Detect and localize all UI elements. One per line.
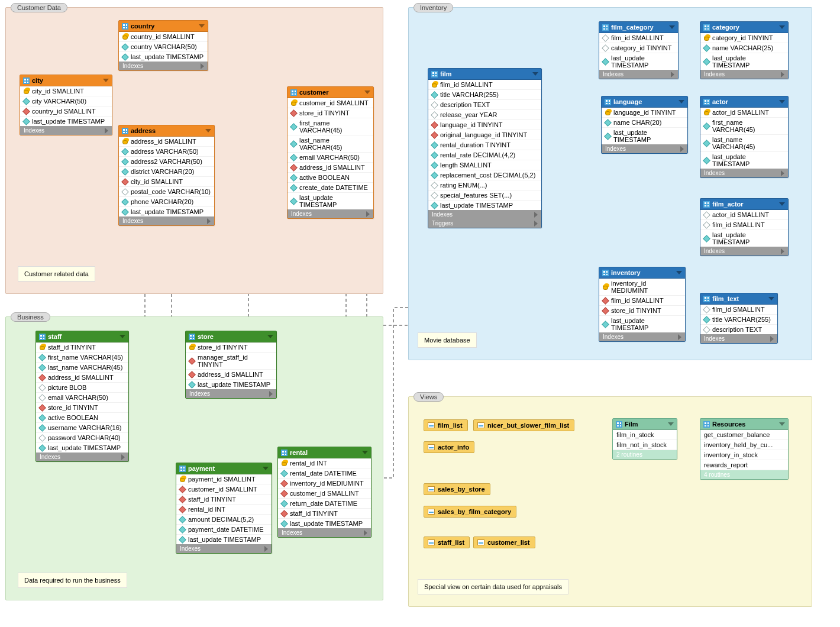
table-country[interactable]: country country_id SMALLINTcountry VARCH… (118, 20, 208, 71)
indexes-section[interactable]: Indexes (700, 70, 788, 79)
table-payment[interactable]: payment payment_id SMALLINTcustomer_id S… (176, 463, 272, 554)
column-label: last_update TIMESTAMP (48, 444, 121, 451)
table-rental[interactable]: rental rental_id INTrental_date DATETIME… (277, 447, 371, 538)
column: film_id SMALLINT (599, 296, 685, 306)
chevron-down-icon[interactable] (199, 24, 205, 28)
column: last_update TIMESTAMP (700, 230, 788, 247)
routine-item[interactable]: film_not_in_stock (613, 440, 677, 450)
column-label: address_id SMALLINT (48, 374, 114, 381)
column-label: category_id TINYINT (611, 44, 672, 51)
indexes-section[interactable]: Indexes (428, 210, 541, 219)
indexes-section[interactable]: Indexes (700, 334, 777, 343)
column-label: first_name VARCHAR(45) (712, 119, 784, 133)
table-inventory[interactable]: inventory inventory_id MEDIUMINTfilm_id … (599, 267, 686, 342)
view-customer-list[interactable]: customer_list (473, 536, 535, 548)
indexes-section[interactable]: Indexes (599, 70, 678, 79)
indexes-section[interactable]: Indexes (186, 389, 276, 398)
indexes-section[interactable]: Indexes (602, 144, 687, 153)
chevron-down-icon[interactable] (119, 335, 125, 338)
indexes-section[interactable]: Indexes (20, 126, 112, 135)
chevron-down-icon[interactable] (779, 25, 785, 29)
indexed-column-icon (290, 174, 298, 182)
chevron-down-icon[interactable] (364, 91, 370, 94)
column-icon (703, 326, 710, 334)
chevron-down-icon[interactable] (679, 100, 684, 104)
table-staff[interactable]: staff staff_id TINYINTfirst_name VARCHAR… (35, 331, 129, 462)
chevron-down-icon[interactable] (669, 25, 675, 29)
routine-group-resources[interactable]: Resources get_customer_balance inventory… (700, 418, 789, 480)
column-label: rental_rate DECIMAL(4,2) (440, 151, 515, 159)
view-sales-by-film-category[interactable]: sales_by_film_category (424, 506, 516, 518)
table-actor[interactable]: actor actor_id SMALLINTfirst_name VARCHA… (700, 96, 789, 178)
chevron-down-icon[interactable] (263, 467, 269, 470)
routine-item[interactable]: inventory_held_by_cu... (700, 440, 788, 450)
table-category[interactable]: category category_id TINYINTname VARCHAR… (700, 21, 789, 79)
routine-item[interactable]: get_customer_balance (700, 430, 788, 440)
table-address[interactable]: address address_id SMALLINTaddress VARCH… (118, 125, 215, 226)
chevron-down-icon[interactable] (779, 422, 785, 426)
region-title: Inventory (413, 3, 453, 12)
table-film-actor[interactable]: film_actor actor_id SMALLINTfilm_id SMAL… (700, 198, 789, 256)
column-label: last_update TIMESTAMP (611, 317, 681, 331)
chevron-down-icon[interactable] (668, 422, 674, 426)
region-title: Customer Data (11, 3, 67, 12)
chevron-down-icon[interactable] (532, 72, 538, 76)
column-label: last_name VARCHAR(45) (299, 137, 370, 151)
column-label: address2 VARCHAR(50) (131, 158, 202, 165)
view-icon (428, 486, 435, 492)
table-film-category[interactable]: film_category film_id SMALLINTcategory_i… (599, 21, 679, 79)
indexes-section[interactable]: Indexes (119, 62, 208, 70)
foreign-key-icon (188, 357, 196, 365)
indexes-section[interactable]: Indexes (287, 209, 373, 218)
table-customer[interactable]: customer customer_id SMALLINTstore_id TI… (287, 86, 374, 219)
table-film[interactable]: film film_id SMALLINTtitle VARCHAR(255)d… (428, 68, 542, 228)
indexes-section[interactable]: Indexes (36, 453, 128, 461)
column-label: last_update TIMESTAMP (131, 208, 203, 215)
indexes-section[interactable]: Indexes (119, 216, 214, 225)
table-icon (281, 450, 287, 456)
view-nicer-but-slower-film-list[interactable]: nicer_but_slower_film_list (473, 419, 574, 431)
column: staff_id TINYINT (278, 509, 371, 519)
chevron-down-icon[interactable] (676, 271, 682, 274)
chevron-down-icon[interactable] (267, 335, 273, 338)
foreign-key-icon (431, 131, 438, 139)
indexes-section[interactable]: Indexes (278, 528, 371, 537)
column-label: last_update TIMESTAMP (131, 53, 203, 60)
table-title: film (440, 70, 452, 77)
indexed-column-icon (22, 118, 30, 125)
indexes-section[interactable]: Indexes (176, 544, 272, 553)
region-title: Views (413, 392, 444, 402)
triggers-section[interactable]: Triggers (428, 219, 541, 228)
view-icon (428, 444, 435, 450)
chevron-down-icon[interactable] (768, 297, 774, 300)
column-label: category_id TINYINT (712, 34, 773, 41)
column: create_date DATETIME (287, 183, 373, 193)
view-staff-list[interactable]: staff_list (424, 536, 470, 548)
indexed-column-icon (703, 235, 710, 243)
routine-group-film[interactable]: Film film_in_stock film_not_in_stock 2 r… (612, 418, 677, 460)
column-label: email VARCHAR(50) (48, 394, 108, 401)
chevron-down-icon[interactable] (205, 129, 211, 132)
chevron-down-icon[interactable] (779, 202, 785, 206)
view-film-list[interactable]: film_list (424, 419, 468, 431)
routine-item[interactable]: rewards_report (700, 460, 788, 470)
indexes-section[interactable]: Indexes (599, 332, 685, 341)
routine-item[interactable]: inventory_in_stock (700, 450, 788, 460)
table-language[interactable]: language language_id TINYINTname CHAR(20… (601, 96, 688, 154)
chevron-down-icon[interactable] (779, 100, 785, 104)
column-label: district VARCHAR(20) (131, 168, 194, 175)
chevron-down-icon[interactable] (103, 79, 109, 82)
chevron-down-icon[interactable] (362, 451, 368, 454)
table-city[interactable]: city city_id SMALLINTcity VARCHAR(50)cou… (20, 75, 112, 135)
view-label: actor_info (438, 444, 469, 451)
view-sales-by-store[interactable]: sales_by_store (424, 483, 490, 495)
column-icon (703, 306, 710, 314)
indexes-section[interactable]: Indexes (700, 169, 788, 177)
table-film-text[interactable]: film_text film_id SMALLINTtitle VARCHAR(… (700, 293, 778, 344)
column-label: staff_id TINYINT (48, 344, 96, 351)
view-actor-info[interactable]: actor_info (424, 441, 474, 453)
column-label: picture BLOB (48, 384, 86, 391)
routine-item[interactable]: film_in_stock (613, 430, 677, 440)
indexes-section[interactable]: Indexes (700, 247, 788, 256)
table-store[interactable]: store store_id TINYINTmanager_staff_id T… (185, 331, 277, 399)
